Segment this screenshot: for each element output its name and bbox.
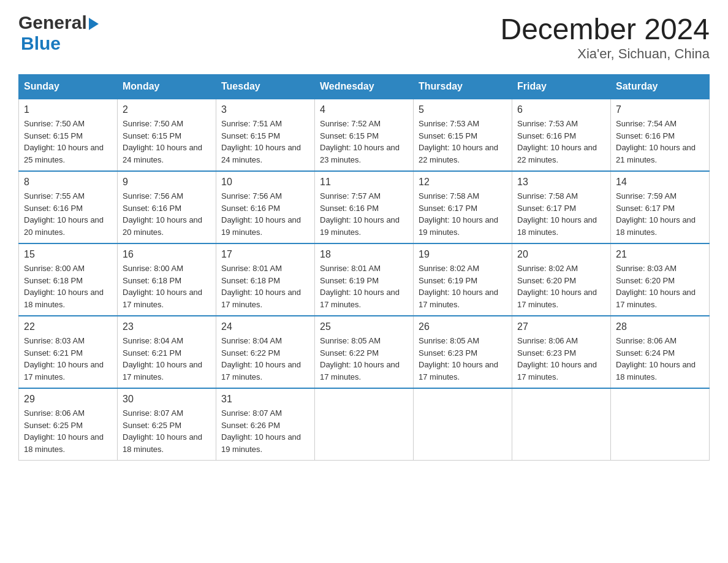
day-info: Sunrise: 8:02 AMSunset: 6:20 PMDaylight:… [517,264,597,309]
calendar-day-cell: 12 Sunrise: 7:58 AMSunset: 6:17 PMDaylig… [414,171,512,243]
calendar-day-cell: 2 Sunrise: 7:50 AMSunset: 6:15 PMDayligh… [118,99,216,171]
calendar-day-cell: 4 Sunrise: 7:52 AMSunset: 6:15 PMDayligh… [315,99,414,171]
day-number: 30 [123,394,211,405]
day-number: 28 [616,321,704,332]
day-info: Sunrise: 7:57 AMSunset: 6:16 PMDaylight:… [320,191,400,237]
day-info: Sunrise: 8:01 AMSunset: 6:19 PMDaylight:… [320,264,400,309]
day-number: 20 [517,249,605,260]
logo-blue-text: Blue [21,33,61,54]
day-number: 5 [419,104,507,115]
day-number: 22 [24,321,112,332]
calendar-day-cell: 30 Sunrise: 8:07 AMSunset: 6:25 PMDaylig… [118,388,216,461]
day-number: 7 [616,104,704,115]
day-number: 13 [517,177,605,188]
calendar-day-cell: 28 Sunrise: 8:06 AMSunset: 6:24 PMDaylig… [611,316,710,388]
logo: General Blue [18,12,99,54]
calendar-day-cell: 7 Sunrise: 7:54 AMSunset: 6:16 PMDayligh… [611,99,710,171]
day-number: 10 [221,177,309,188]
day-info: Sunrise: 7:58 AMSunset: 6:17 PMDaylight:… [517,191,597,237]
day-info: Sunrise: 7:54 AMSunset: 6:16 PMDaylight:… [616,119,696,164]
calendar-day-cell: 5 Sunrise: 7:53 AMSunset: 6:15 PMDayligh… [414,99,512,171]
col-wednesday: Wednesday [315,75,414,99]
title-area: December 2024 Xia'er, Sichuan, China [500,12,710,62]
calendar-day-cell: 24 Sunrise: 8:04 AMSunset: 6:22 PMDaylig… [216,316,315,388]
calendar-title: December 2024 [500,12,710,46]
day-number: 16 [123,249,211,260]
day-info: Sunrise: 7:55 AMSunset: 6:16 PMDaylight:… [24,191,104,237]
calendar-day-cell: 25 Sunrise: 8:05 AMSunset: 6:22 PMDaylig… [315,316,414,388]
day-number: 6 [517,104,605,115]
col-monday: Monday [118,75,216,99]
calendar-day-cell: 29 Sunrise: 8:06 AMSunset: 6:25 PMDaylig… [19,388,118,461]
day-info: Sunrise: 7:52 AMSunset: 6:15 PMDaylight:… [320,119,400,164]
day-number: 2 [123,104,211,115]
calendar-day-cell [611,388,710,461]
calendar-day-cell: 23 Sunrise: 8:04 AMSunset: 6:21 PMDaylig… [118,316,216,388]
day-number: 14 [616,177,704,188]
day-number: 12 [419,177,507,188]
day-number: 9 [123,177,211,188]
logo-triangle [89,18,99,30]
day-info: Sunrise: 8:00 AMSunset: 6:18 PMDaylight:… [24,264,104,309]
page-header: General Blue December 2024 Xia'er, Sichu… [18,12,710,62]
day-info: Sunrise: 7:53 AMSunset: 6:16 PMDaylight:… [517,119,597,164]
calendar-day-cell: 10 Sunrise: 7:56 AMSunset: 6:16 PMDaylig… [216,171,315,243]
calendar-day-cell: 9 Sunrise: 7:56 AMSunset: 6:16 PMDayligh… [118,171,216,243]
day-info: Sunrise: 7:50 AMSunset: 6:15 PMDaylight:… [123,119,202,164]
day-info: Sunrise: 8:02 AMSunset: 6:19 PMDaylight:… [419,264,498,309]
calendar-day-cell: 16 Sunrise: 8:00 AMSunset: 6:18 PMDaylig… [118,243,216,316]
calendar-day-cell: 13 Sunrise: 7:58 AMSunset: 6:17 PMDaylig… [512,171,611,243]
calendar-day-cell [512,388,611,461]
day-info: Sunrise: 8:03 AMSunset: 6:20 PMDaylight:… [616,264,696,309]
calendar-header-row: Sunday Monday Tuesday Wednesday Thursday… [19,75,710,99]
calendar-day-cell: 6 Sunrise: 7:53 AMSunset: 6:16 PMDayligh… [512,99,611,171]
day-info: Sunrise: 7:58 AMSunset: 6:17 PMDaylight:… [419,191,498,237]
day-info: Sunrise: 7:50 AMSunset: 6:15 PMDaylight:… [24,119,104,164]
day-number: 24 [221,321,309,332]
calendar-day-cell [414,388,512,461]
day-number: 29 [24,394,112,405]
day-info: Sunrise: 8:06 AMSunset: 6:25 PMDaylight:… [24,408,104,454]
col-saturday: Saturday [611,75,710,99]
day-number: 1 [24,104,112,115]
day-number: 8 [24,177,112,188]
day-number: 4 [320,104,408,115]
day-info: Sunrise: 8:04 AMSunset: 6:22 PMDaylight:… [221,336,301,381]
calendar-week-row: 15 Sunrise: 8:00 AMSunset: 6:18 PMDaylig… [19,243,710,316]
calendar-day-cell: 27 Sunrise: 8:06 AMSunset: 6:23 PMDaylig… [512,316,611,388]
calendar-day-cell: 19 Sunrise: 8:02 AMSunset: 6:19 PMDaylig… [414,243,512,316]
day-number: 18 [320,249,408,260]
day-info: Sunrise: 7:53 AMSunset: 6:15 PMDaylight:… [419,119,498,164]
day-info: Sunrise: 8:06 AMSunset: 6:23 PMDaylight:… [517,336,597,381]
day-info: Sunrise: 8:03 AMSunset: 6:21 PMDaylight:… [24,336,104,381]
calendar-day-cell: 8 Sunrise: 7:55 AMSunset: 6:16 PMDayligh… [19,171,118,243]
day-info: Sunrise: 7:51 AMSunset: 6:15 PMDaylight:… [221,119,301,164]
day-number: 11 [320,177,408,188]
calendar-subtitle: Xia'er, Sichuan, China [500,46,710,62]
day-info: Sunrise: 8:00 AMSunset: 6:18 PMDaylight:… [123,264,202,309]
calendar-day-cell: 14 Sunrise: 7:59 AMSunset: 6:17 PMDaylig… [611,171,710,243]
day-info: Sunrise: 8:06 AMSunset: 6:24 PMDaylight:… [616,336,696,381]
col-friday: Friday [512,75,611,99]
day-number: 19 [419,249,507,260]
calendar-table: Sunday Monday Tuesday Wednesday Thursday… [18,74,710,461]
calendar-day-cell: 26 Sunrise: 8:05 AMSunset: 6:23 PMDaylig… [414,316,512,388]
day-number: 25 [320,321,408,332]
day-info: Sunrise: 8:05 AMSunset: 6:22 PMDaylight:… [320,336,400,381]
day-info: Sunrise: 8:07 AMSunset: 6:25 PMDaylight:… [123,408,202,454]
day-number: 27 [517,321,605,332]
day-info: Sunrise: 8:05 AMSunset: 6:23 PMDaylight:… [419,336,498,381]
day-info: Sunrise: 7:56 AMSunset: 6:16 PMDaylight:… [221,191,301,237]
calendar-day-cell: 1 Sunrise: 7:50 AMSunset: 6:15 PMDayligh… [19,99,118,171]
calendar-week-row: 1 Sunrise: 7:50 AMSunset: 6:15 PMDayligh… [19,99,710,171]
calendar-week-row: 8 Sunrise: 7:55 AMSunset: 6:16 PMDayligh… [19,171,710,243]
day-info: Sunrise: 8:01 AMSunset: 6:18 PMDaylight:… [221,264,301,309]
logo-general-text: General [18,12,87,33]
calendar-day-cell: 18 Sunrise: 8:01 AMSunset: 6:19 PMDaylig… [315,243,414,316]
calendar-day-cell: 15 Sunrise: 8:00 AMSunset: 6:18 PMDaylig… [19,243,118,316]
calendar-week-row: 22 Sunrise: 8:03 AMSunset: 6:21 PMDaylig… [19,316,710,388]
calendar-day-cell: 17 Sunrise: 8:01 AMSunset: 6:18 PMDaylig… [216,243,315,316]
col-thursday: Thursday [414,75,512,99]
calendar-day-cell: 22 Sunrise: 8:03 AMSunset: 6:21 PMDaylig… [19,316,118,388]
calendar-day-cell [315,388,414,461]
